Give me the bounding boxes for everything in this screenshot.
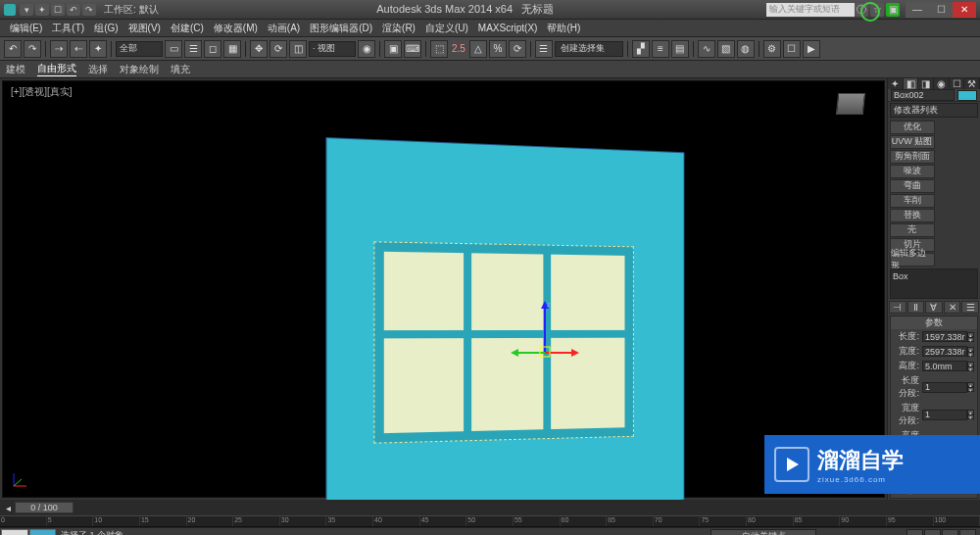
maximize-button[interactable]: ☐	[929, 2, 953, 18]
modifier-list-dropdown[interactable]: 修改器列表	[890, 103, 978, 118]
make-unique-icon[interactable]: ∀	[925, 301, 943, 314]
rendersetup-icon[interactable]: ⚙	[763, 40, 781, 58]
signin-icon[interactable]: ▣	[886, 3, 900, 17]
zoom-icon[interactable]	[906, 529, 923, 535]
menu-group[interactable]: 组(G)	[90, 21, 122, 36]
tab-hierarchy-icon[interactable]: ◨	[918, 78, 934, 89]
menu-animation[interactable]: 动画(A)	[264, 21, 304, 36]
move-icon[interactable]: ✥	[250, 40, 268, 58]
btn-bend[interactable]: 弯曲	[890, 179, 935, 193]
selection-filter-dropdown[interactable]: 全部	[116, 41, 163, 57]
height-spinner[interactable]: ▴▾	[967, 362, 974, 371]
tab-modify-icon[interactable]: ◧	[904, 78, 919, 89]
menu-grapheditor[interactable]: 图形编辑器(D)	[306, 21, 376, 36]
menu-create[interactable]: 创建(C)	[167, 21, 208, 36]
btn-noise[interactable]: 噪波	[890, 165, 935, 178]
height-input[interactable]: 5.0mm	[922, 361, 967, 371]
scale-icon[interactable]: ◫	[289, 40, 307, 58]
tab-objectpaint[interactable]: 对象绘制	[120, 63, 159, 76]
configure-icon[interactable]: ☰	[961, 301, 979, 314]
render-icon[interactable]: ▶	[803, 40, 820, 58]
modifier-stack[interactable]: Box	[890, 268, 978, 299]
lsegs-input[interactable]: 1	[922, 382, 967, 393]
schematic-icon[interactable]: ▧	[717, 40, 735, 58]
length-input[interactable]: 1597.338r	[922, 331, 967, 342]
selectmanip-icon[interactable]: ▣	[384, 40, 402, 58]
viewcube[interactable]	[836, 93, 865, 115]
new-button[interactable]: ✦	[35, 4, 49, 16]
rotate-icon[interactable]: ⟳	[270, 40, 287, 58]
rollout-header[interactable]: 参数	[891, 316, 977, 329]
tab-populate[interactable]: 填充	[171, 63, 190, 76]
btn-lathe[interactable]: 车削	[890, 194, 935, 208]
menu-edit[interactable]: 编辑(E)	[6, 21, 46, 36]
object-color-chip[interactable]	[957, 90, 977, 101]
namedsel-icon[interactable]: ☰	[535, 40, 553, 58]
time-slider[interactable]: ◂ 0 / 100	[0, 500, 980, 515]
btn-editpoly[interactable]: 编辑多边形	[890, 253, 935, 267]
snap-toggle-icon[interactable]: ⬚	[430, 40, 448, 58]
btn-optimize[interactable]: 优化	[890, 121, 935, 134]
undo-icon[interactable]: ↶	[4, 40, 22, 58]
close-button[interactable]: ✕	[953, 2, 976, 18]
btn-uvwmap[interactable]: UVW 贴图	[890, 135, 935, 149]
material-icon[interactable]: ◍	[737, 40, 755, 58]
tab-utilities-icon[interactable]: ⚒	[964, 78, 980, 89]
percentsnap-icon[interactable]: %	[489, 40, 507, 58]
zoomall-icon[interactable]	[924, 529, 941, 535]
undo-button[interactable]: ↶	[67, 4, 80, 16]
btn-substitute[interactable]: 替换	[890, 209, 935, 222]
scene-wall[interactable]	[325, 137, 684, 515]
tab-freeform[interactable]: 自由形式	[37, 62, 76, 76]
object-name-input[interactable]: Box002	[891, 89, 955, 101]
spinnersnap-icon[interactable]: ⟳	[509, 40, 526, 58]
width-spinner[interactable]: ▴▾	[967, 347, 974, 357]
menu-view[interactable]: 视图(V)	[124, 21, 165, 36]
renderframe-icon[interactable]: ☐	[783, 40, 801, 58]
scene-window-frame[interactable]	[373, 241, 634, 443]
anglesnap-icon[interactable]: △	[469, 40, 487, 58]
open-button[interactable]: ☐	[51, 4, 65, 16]
refcoord-dropdown[interactable]: · 视图	[309, 41, 356, 57]
selectname-icon[interactable]: ☰	[184, 40, 202, 58]
pivot-icon[interactable]: ◉	[358, 40, 375, 58]
namedsel-dropdown[interactable]: 创建选择集	[555, 41, 623, 57]
link-icon[interactable]: ⇢	[50, 40, 68, 58]
select-icon[interactable]: ▭	[165, 40, 182, 58]
menu-maxscript[interactable]: MAXScript(X)	[474, 22, 542, 34]
zoomext-icon[interactable]	[942, 529, 958, 535]
menu-help[interactable]: 帮助(H)	[543, 21, 584, 36]
unlink-icon[interactable]: ⇠	[70, 40, 87, 58]
autokey-button[interactable]: 自动关键点	[710, 529, 816, 535]
menu-modifier[interactable]: 修改器(M)	[210, 21, 262, 36]
help-search-input[interactable]: 输入关键字或短语	[766, 3, 855, 17]
btn-shell[interactable]: 壳	[890, 223, 935, 237]
viewport-perspective[interactable]: [+][透视][真实] z	[2, 80, 885, 498]
lsegs-spinner[interactable]: ▴▾	[967, 382, 974, 392]
thumb-2[interactable]	[29, 529, 57, 535]
timeline-ruler[interactable]: 0510152025303540455055606570758085909510…	[0, 515, 980, 527]
redo-button[interactable]: ↷	[82, 4, 96, 16]
align-icon[interactable]: ≡	[652, 40, 669, 58]
minimize-button[interactable]: —	[906, 2, 929, 18]
mirror-icon[interactable]: ▞	[632, 40, 650, 58]
menu-render[interactable]: 渲染(R)	[378, 21, 419, 36]
wsegs-input[interactable]: 1	[922, 410, 967, 420]
remove-mod-icon[interactable]: ✕	[944, 301, 961, 314]
wsegs-spinner[interactable]: ▴▾	[967, 410, 974, 419]
time-slider-thumb[interactable]: 0 / 100	[15, 502, 74, 513]
workspace-label[interactable]: 工作区: 默认	[104, 3, 159, 17]
menu-custom[interactable]: 自定义(U)	[421, 21, 472, 36]
redo-icon[interactable]: ↷	[24, 40, 41, 58]
layers-icon[interactable]: ▤	[671, 40, 689, 58]
fov-icon[interactable]	[959, 529, 976, 535]
bind-icon[interactable]: ✦	[89, 40, 107, 58]
curveeditor-icon[interactable]: ∿	[698, 40, 715, 58]
selectrect-icon[interactable]: ◻	[204, 40, 221, 58]
window-crossing-icon[interactable]: ▦	[223, 40, 241, 58]
keymode-icon[interactable]: ⌨	[404, 40, 421, 58]
appmenu-button[interactable]: ▾	[20, 4, 33, 16]
btn-chamfer[interactable]: 剪角剖面	[890, 150, 935, 164]
show-result-icon[interactable]: Ⅱ	[907, 301, 925, 314]
pin-stack-icon[interactable]: ⊣	[889, 301, 906, 314]
